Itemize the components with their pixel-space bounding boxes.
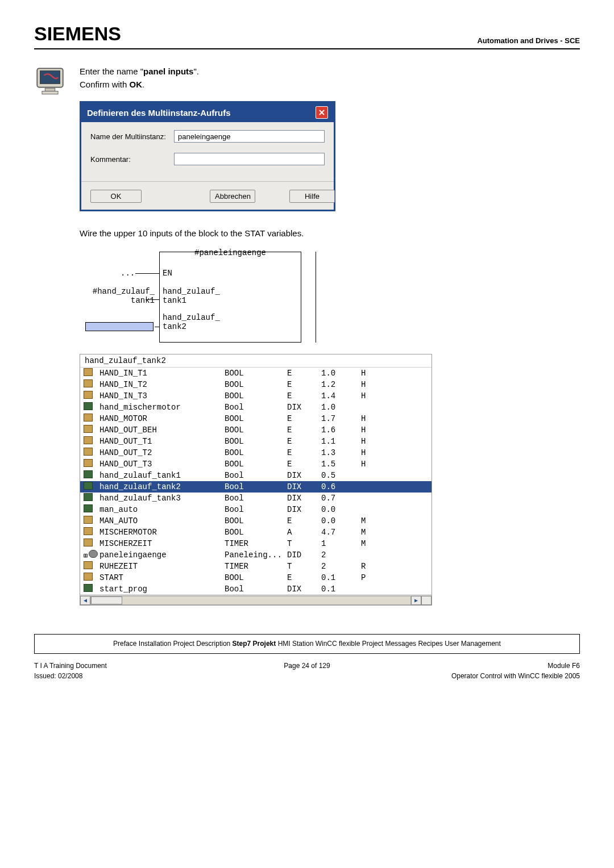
var-col-cls: DIX (287, 585, 321, 594)
comment-input[interactable] (174, 153, 325, 165)
var-col-type: BOOL (225, 380, 287, 389)
var-col-addr: 1.1 (321, 437, 361, 446)
global-var-icon (84, 516, 93, 524)
var-col-name: START (99, 573, 225, 582)
svg-rect-1 (40, 71, 60, 84)
global-var-icon (84, 448, 93, 456)
variable-row[interactable]: HAND_OUT_BEHBOOLE1.6H (80, 424, 432, 436)
footer-page: Page 24 of 129 (216, 662, 398, 670)
variable-row[interactable]: hand_zulauf_tank3BoolDIX0.7 (80, 493, 432, 504)
var-col-addr: 0.0 (321, 516, 361, 525)
var-col-type: Bool (225, 494, 287, 503)
siemens-logo: SIEMENS (34, 23, 121, 45)
variable-row[interactable]: HAND_IN_T1BOOLE1.0H (80, 368, 432, 379)
var-col-cls: E (287, 425, 321, 435)
scroll-left-icon[interactable]: ◀ (80, 596, 90, 605)
fbd-ellipsis: ... (121, 269, 135, 278)
var-col-name: hand_zulauf_tank2 (99, 482, 225, 491)
variable-row[interactable]: ⊞paneleingaengePaneleing...DID2 (80, 549, 432, 561)
horizontal-scrollbar[interactable]: ◀ ▶ (80, 595, 432, 605)
var-col-cls: DID (287, 550, 321, 560)
dialog-title: Definieren des Multiinstanz-Aufrufs (87, 108, 231, 118)
local-var-icon (84, 493, 93, 501)
nav-item[interactable]: Preface (113, 640, 136, 648)
variable-row[interactable]: RUHEZEITTIMERT2R (80, 561, 432, 572)
nav-item[interactable]: HMI Station (278, 640, 314, 648)
nav-item[interactable]: User Management (445, 640, 501, 648)
global-var-icon (84, 459, 93, 467)
var-col-addr: 1.6 (321, 425, 361, 435)
var-col-addr: 0.5 (321, 471, 361, 480)
variable-row[interactable]: start_progBoolDIX0.1 (80, 583, 432, 595)
var-col-name: hand_zulauf_tank1 (99, 471, 225, 480)
variable-row[interactable]: STARTBOOLE0.1P (80, 572, 432, 583)
nav-item[interactable]: Project Description (173, 640, 231, 648)
expand-icon[interactable]: ⊞ (84, 552, 88, 560)
nav-item[interactable]: Messages (385, 640, 416, 648)
svg-rect-3 (42, 91, 58, 94)
var-col-name: hand_zulauf_tank3 (99, 494, 225, 503)
var-col-cls: E (287, 380, 321, 389)
var-col-cls: A (287, 528, 321, 537)
var-col-addr: 4.7 (321, 528, 361, 537)
var-col-name: MISCHERMOTOR (99, 528, 225, 537)
footer-right2: Operator Control with WinCC flexible 200… (398, 672, 580, 680)
fbd-input2-tag-box[interactable] (85, 322, 154, 331)
struct-var-icon (89, 550, 98, 558)
variable-row[interactable]: man_autoBoolDIX0.0 (80, 504, 432, 515)
nav-item[interactable]: Installation (139, 640, 171, 648)
variable-list[interactable]: HAND_IN_T1BOOLE1.0HHAND_IN_T2BOOLE1.2HHA… (80, 368, 432, 595)
var-col-c: H (361, 414, 384, 423)
local-var-icon (84, 504, 93, 512)
variable-row[interactable]: hand_zulauf_tank2BoolDIX0.6 (80, 481, 432, 493)
ok-button[interactable]: OK (90, 190, 142, 203)
variable-row[interactable]: HAND_OUT_T3BOOLE1.5H (80, 458, 432, 470)
var-col-cls: E (287, 448, 321, 457)
var-col-c: M (361, 528, 384, 537)
variable-row[interactable]: MISCHERZEITTIMERT1M (80, 538, 432, 549)
var-col-type: BOOL (225, 460, 287, 469)
var-col-cls: E (287, 573, 321, 582)
variable-row[interactable]: HAND_OUT_T1BOOLE1.1H (80, 436, 432, 447)
footer-module: Module F6 (398, 662, 580, 670)
var-col-addr: 0.7 (321, 494, 361, 503)
scroll-right-icon[interactable]: ▶ (411, 596, 421, 605)
variable-row[interactable]: hand_mischermotorBoolDIX1.0 (80, 402, 432, 413)
var-col-addr: 1.0 (321, 369, 361, 378)
var-col-cls: E (287, 391, 321, 400)
var-col-cls: DIX (287, 482, 321, 491)
fbd-input2-pin: hand_zulauf_ tank2 (163, 313, 220, 331)
variable-row[interactable]: hand_zulauf_tank1BoolDIX0.5 (80, 470, 432, 481)
var-col-type: Bool (225, 482, 287, 491)
multiinstance-dialog: Definieren des Multiinstanz-Aufrufs Name… (80, 101, 335, 211)
name-input[interactable] (174, 130, 325, 143)
var-col-addr: 1.0 (321, 403, 361, 412)
var-col-name: HAND_IN_T3 (99, 391, 225, 400)
variable-row[interactable]: HAND_MOTORBOOLE1.7H (80, 413, 432, 424)
nav-item[interactable]: Recipes (418, 640, 442, 648)
close-button[interactable] (316, 106, 328, 119)
var-col-cls: DIX (287, 403, 321, 412)
variable-row[interactable]: HAND_IN_T3BOOLE1.4H (80, 390, 432, 402)
cancel-button[interactable]: Abbrechen (210, 190, 255, 203)
var-col-addr: 2 (321, 562, 361, 571)
var-col-type: BOOL (225, 516, 287, 525)
nav-item[interactable]: Step7 Projekt (233, 640, 276, 648)
var-col-c: H (361, 460, 384, 469)
var-col-addr: 2 (321, 550, 361, 560)
help-button[interactable]: Hilfe (289, 190, 335, 203)
global-var-icon (84, 561, 93, 569)
variable-row[interactable]: HAND_IN_T2BOOLE1.2H (80, 379, 432, 390)
var-col-type: BOOL (225, 414, 287, 423)
resize-grip-icon (421, 596, 432, 605)
var-col-name: paneleingaenge (99, 550, 225, 560)
nav-item[interactable]: WinCC flexible Project (316, 640, 383, 648)
variable-row[interactable]: MAN_AUTOBOOLE0.0M (80, 515, 432, 527)
var-col-cls: E (287, 414, 321, 423)
footer-left2: Issued: 02/2008 (34, 672, 216, 680)
variable-filter-text: hand_zulauf_tank2 (80, 354, 432, 368)
variable-row[interactable]: HAND_OUT_T2BOOLE1.3H (80, 447, 432, 458)
variable-row[interactable]: MISCHERMOTORBOOLA4.7M (80, 527, 432, 538)
global-var-icon (84, 414, 93, 422)
var-col-addr: 1.5 (321, 460, 361, 469)
